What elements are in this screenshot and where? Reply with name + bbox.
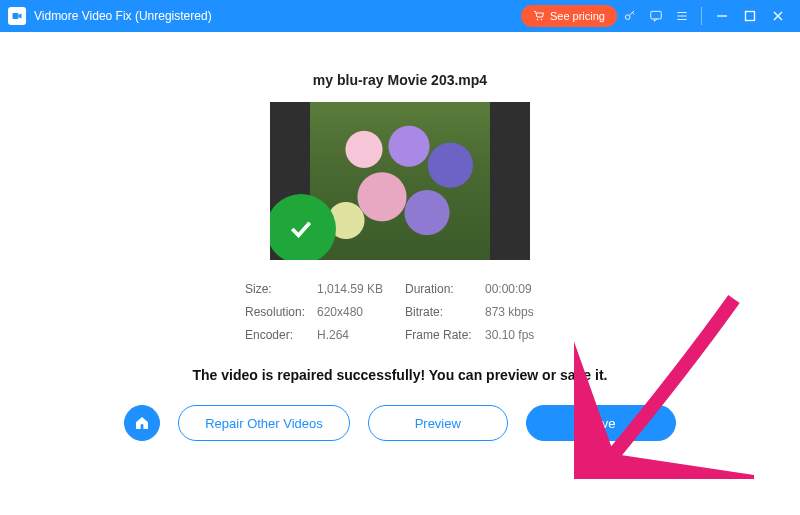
home-button[interactable]: [124, 405, 160, 441]
menu-icon[interactable]: [669, 3, 695, 29]
svg-rect-5: [746, 12, 755, 21]
encoder-value: H.264: [317, 328, 405, 342]
file-name: my blu-ray Movie 203.mp4: [313, 72, 487, 88]
main-content: my blu-ray Movie 203.mp4 Size: 1,014.59 …: [0, 32, 800, 515]
video-preview: [270, 102, 530, 260]
success-message: The video is repaired successfully! You …: [193, 367, 608, 383]
feedback-icon[interactable]: [643, 3, 669, 29]
meta-row: Size: 1,014.59 KB Duration: 00:00:09: [245, 282, 555, 296]
encoder-label: Encoder:: [245, 328, 317, 342]
app-logo-icon: [8, 7, 26, 25]
svg-point-3: [625, 15, 630, 20]
success-check-badge: [270, 194, 336, 260]
duration-value: 00:00:09: [485, 282, 532, 296]
cart-icon: [533, 10, 545, 22]
annotation-arrow: [574, 289, 754, 479]
key-icon[interactable]: [617, 3, 643, 29]
svg-rect-0: [13, 13, 19, 19]
maximize-button[interactable]: [736, 10, 764, 22]
minimize-button[interactable]: [708, 10, 736, 22]
svg-point-2: [541, 19, 543, 21]
home-icon: [134, 415, 150, 431]
meta-row: Encoder: H.264 Frame Rate: 30.10 fps: [245, 328, 555, 342]
action-bar: Repair Other Videos Preview Save: [124, 405, 676, 441]
meta-row: Resolution: 620x480 Bitrate: 873 kbps: [245, 305, 555, 319]
preview-button[interactable]: Preview: [368, 405, 508, 441]
bitrate-value: 873 kbps: [485, 305, 534, 319]
size-label: Size:: [245, 282, 317, 296]
resolution-value: 620x480: [317, 305, 405, 319]
divider: [701, 7, 702, 25]
framerate-label: Frame Rate:: [405, 328, 485, 342]
svg-point-1: [537, 19, 539, 21]
see-pricing-label: See pricing: [550, 10, 605, 22]
resolution-label: Resolution:: [245, 305, 317, 319]
video-thumbnail: [310, 102, 490, 260]
video-metadata: Size: 1,014.59 KB Duration: 00:00:09 Res…: [245, 282, 555, 351]
save-button[interactable]: Save: [526, 405, 676, 441]
duration-label: Duration:: [405, 282, 485, 296]
app-title: Vidmore Video Fix (Unregistered): [34, 9, 212, 23]
titlebar: Vidmore Video Fix (Unregistered) See pri…: [0, 0, 800, 32]
check-icon: [286, 214, 316, 244]
close-button[interactable]: [764, 10, 792, 22]
bitrate-label: Bitrate:: [405, 305, 485, 319]
size-value: 1,014.59 KB: [317, 282, 405, 296]
framerate-value: 30.10 fps: [485, 328, 534, 342]
svg-rect-4: [651, 11, 662, 19]
repair-other-videos-button[interactable]: Repair Other Videos: [178, 405, 350, 441]
see-pricing-button[interactable]: See pricing: [521, 5, 617, 27]
